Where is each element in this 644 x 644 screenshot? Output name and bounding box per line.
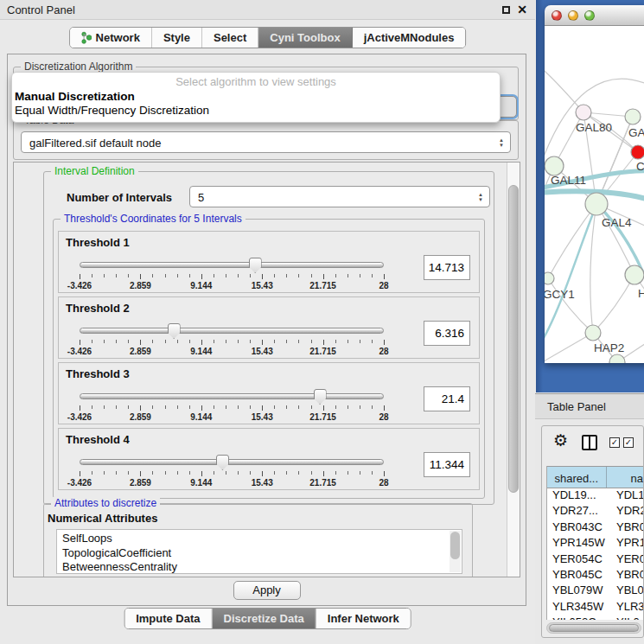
network-node-hap2[interactable] — [585, 325, 601, 341]
threshold-panel: Threshold 1-3.4262.8599.14415.4321.71528… — [58, 231, 480, 293]
table-row[interactable]: YPR145WYPR1 — [547, 536, 643, 552]
slider-track[interactable] — [80, 393, 384, 399]
dropdown-option[interactable]: Equal Width/Frequency Discretization — [12, 104, 500, 118]
threshold-value-field[interactable]: 6.316 — [424, 321, 470, 346]
network-node-gcy1[interactable] — [545, 272, 554, 284]
tab-style[interactable]: Style — [152, 28, 202, 48]
threshold-slider[interactable]: -3.4262.8599.14415.4321.71528 — [80, 389, 384, 424]
table-row[interactable]: YDR27...YDR2 — [547, 504, 643, 520]
network-edge[interactable] — [593, 275, 634, 333]
tab-jactivemnodules[interactable]: jActiveMNodules — [353, 28, 466, 48]
slider-thumb[interactable] — [314, 389, 327, 405]
horizontal-scrollbar[interactable] — [546, 622, 641, 634]
network-canvas[interactable]: GAL80GACGAL11GAL4GCY1HHAP2 — [545, 26, 644, 363]
checkbox-checked-icon[interactable]: ✓ — [609, 437, 620, 448]
cell-name: YPR1 — [614, 536, 643, 552]
num-intervals-combobox[interactable]: 5 ▲▼ — [189, 186, 490, 207]
slider-tick — [250, 405, 251, 409]
slider-track[interactable] — [80, 328, 384, 334]
network-edge[interactable] — [548, 278, 593, 333]
network-node-gal4[interactable] — [585, 193, 608, 215]
threshold-value-field[interactable]: 21.4 — [424, 386, 470, 411]
column-header-shared-name[interactable]: shared... — [547, 467, 607, 488]
network-edge[interactable] — [596, 204, 634, 275]
slider-track[interactable] — [80, 459, 384, 465]
threshold-slider[interactable]: -3.4262.8599.14415.4321.71528 — [80, 455, 384, 489]
slider-tick-label: 9.144 — [190, 347, 212, 356]
slider-tick — [274, 405, 275, 409]
network-edge[interactable] — [545, 65, 583, 112]
slider-tick — [80, 471, 80, 476]
table-data-combobox[interactable]: galFiltered.sif default node ▲▼ — [21, 131, 511, 153]
slider-tick — [214, 274, 214, 277]
dropdown-option[interactable]: Manual Discretization — [12, 90, 500, 104]
table-panel-title: Table Panel — [547, 400, 606, 413]
apply-button[interactable]: Apply — [233, 581, 301, 600]
gear-icon[interactable]: ⚙ — [553, 430, 568, 450]
checkbox-checked-icon[interactable]: ✓ — [623, 437, 634, 448]
column-header-name[interactable]: na — [607, 467, 643, 488]
slider-track[interactable] — [80, 262, 384, 268]
slider-tick — [152, 471, 153, 475]
slider-tick-label: 28 — [379, 412, 388, 422]
stepper-icon[interactable]: ▲▼ — [494, 133, 509, 151]
slider-tick — [226, 340, 226, 343]
slider-tick — [140, 274, 141, 279]
network-node-h[interactable] — [625, 265, 644, 284]
network-edge[interactable] — [590, 204, 596, 333]
table-row[interactable]: YBR045CYBR0 — [547, 568, 643, 583]
slider-tick-label: -3.426 — [67, 412, 92, 422]
tab-infer-network[interactable]: Infer Network — [316, 609, 411, 628]
table-row[interactable]: YBL079WYBL0 — [547, 583, 643, 599]
table-header-row: shared... na — [547, 466, 643, 488]
slider-thumb[interactable] — [249, 258, 262, 273]
split-view-icon[interactable] — [582, 435, 597, 450]
table-row[interactable]: YLR345WYLR3 — [547, 600, 643, 615]
list-scrollbar[interactable] — [450, 531, 461, 572]
slider-tick — [104, 340, 105, 343]
table-row[interactable]: YDL19...YDL1 — [547, 488, 643, 504]
tab-impute-data[interactable]: Impute Data — [124, 609, 212, 628]
slider-tick — [201, 471, 202, 476]
tab-network[interactable]: Network — [70, 28, 152, 48]
stepper-icon[interactable]: ▲▼ — [473, 188, 488, 206]
close-icon[interactable]: ✕ — [517, 3, 527, 16]
vertical-scrollbar[interactable] — [507, 163, 520, 577]
slider-thumb[interactable] — [168, 323, 181, 339]
traffic-light-zoom-icon[interactable] — [584, 10, 595, 21]
slider-tick — [372, 340, 373, 343]
network-node-c[interactable] — [631, 145, 644, 159]
table-row[interactable]: YER054CYER0 — [547, 552, 643, 568]
attributes-list[interactable]: SelfLoopsTopologicalCoefficientBetweenne… — [56, 529, 462, 574]
threshold-value-field[interactable]: 11.344 — [424, 452, 470, 477]
attribute-list-item[interactable]: SelfLoops — [62, 532, 448, 546]
control-panel: Control Panel ✕ NetworkStyleSelectCyni T… — [0, 0, 535, 644]
slider-thumb[interactable] — [216, 455, 229, 470]
slider-tick — [128, 340, 129, 343]
slider-tick-label: 9.144 — [190, 412, 212, 422]
slider-tick — [238, 340, 239, 343]
network-node-label: H — [638, 287, 644, 300]
network-view-background: GAL80GACGAL11GAL4GCY1HHAP2 — [536, 0, 644, 392]
attribute-list-item[interactable]: BetweennessCentrality — [62, 560, 448, 574]
threshold-slider[interactable]: -3.4262.8599.14415.4321.71528 — [80, 323, 384, 358]
tab-label: Cyni Toolbox — [270, 31, 340, 44]
tab-cyni-toolbox[interactable]: Cyni Toolbox — [258, 28, 352, 48]
network-node-gal11[interactable] — [545, 156, 564, 175]
network-edge[interactable] — [545, 333, 593, 363]
attribute-list-item[interactable]: TopologicalCoefficient — [62, 546, 448, 561]
slider-tick — [384, 340, 385, 345]
table-row[interactable]: YBR043CYBR0 — [547, 520, 643, 536]
float-window-icon[interactable] — [502, 6, 510, 14]
table-row[interactable]: YIL052CYIL0 — [547, 615, 643, 620]
network-node-gal80[interactable] — [576, 105, 591, 120]
network-node-label: C — [636, 160, 644, 173]
network-node-ga[interactable] — [625, 109, 641, 124]
slider-tick — [262, 340, 263, 345]
threshold-slider[interactable]: -3.4262.8599.14415.4321.71528 — [80, 258, 384, 292]
traffic-light-close-icon[interactable] — [552, 10, 562, 21]
tab-select[interactable]: Select — [202, 28, 258, 48]
tab-discretize-data[interactable]: Discretize Data — [213, 609, 316, 628]
threshold-value-field[interactable]: 14.713 — [424, 255, 470, 280]
traffic-light-minimize-icon[interactable] — [568, 10, 578, 21]
